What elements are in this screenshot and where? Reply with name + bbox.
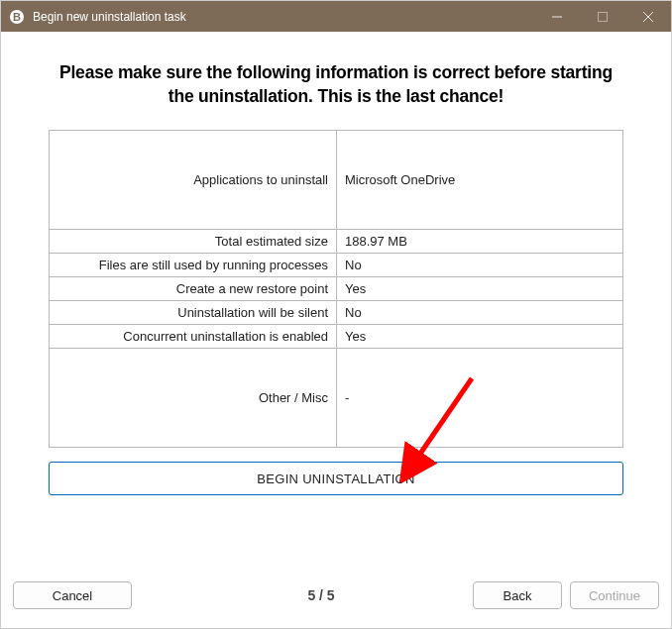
page-indicator: 5 / 5	[181, 587, 461, 603]
continue-button: Continue	[570, 581, 659, 609]
cancel-button[interactable]: Cancel	[13, 581, 132, 609]
table-row: Total estimated size 188.97 MB	[50, 230, 623, 254]
row-value: Yes	[337, 325, 623, 349]
row-label: Uninstallation will be silent	[50, 301, 337, 325]
row-label: Applications to uninstall	[50, 131, 337, 230]
row-value: -	[337, 349, 623, 448]
close-button[interactable]	[625, 1, 671, 32]
maximize-button[interactable]	[580, 1, 625, 32]
row-label: Other / Misc	[50, 349, 337, 448]
table-row: Uninstallation will be silent No	[50, 301, 623, 325]
app-icon: B	[9, 9, 25, 25]
row-value: 188.97 MB	[337, 230, 623, 254]
window-title: Begin new uninstallation task	[33, 10, 534, 24]
row-label: Total estimated size	[50, 230, 337, 254]
svg-rect-3	[599, 12, 608, 21]
titlebar: B Begin new uninstallation task	[1, 1, 671, 32]
table-row: Applications to uninstall Microsoft OneD…	[50, 131, 623, 230]
window-controls	[534, 1, 671, 32]
table-row: Concurrent uninstallation is enabled Yes	[50, 325, 623, 349]
row-value: No	[337, 254, 623, 277]
begin-uninstallation-button[interactable]: BEGIN UNINSTALLATION	[49, 462, 623, 495]
confirmation-heading: Please make sure the following informati…	[49, 61, 623, 108]
row-value: Microsoft OneDrive	[337, 131, 623, 230]
row-label: Concurrent uninstallation is enabled	[50, 325, 337, 349]
table-row: Other / Misc -	[50, 349, 623, 448]
summary-table: Applications to uninstall Microsoft OneD…	[49, 130, 623, 448]
table-row: Create a new restore point Yes	[50, 277, 623, 301]
row-label: Files are still used by running processe…	[50, 254, 337, 277]
svg-text:B: B	[13, 11, 21, 23]
table-row: Files are still used by running processe…	[50, 254, 623, 277]
row-value: No	[337, 301, 623, 325]
content-area: Please make sure the following informati…	[1, 32, 671, 573]
back-button[interactable]: Back	[473, 581, 562, 609]
row-label: Create a new restore point	[50, 277, 337, 301]
wizard-footer: Cancel 5 / 5 Back Continue	[1, 573, 671, 628]
row-value: Yes	[337, 277, 623, 301]
uninstall-wizard-window: B Begin new uninstallation task Please m…	[0, 0, 672, 629]
minimize-button[interactable]	[534, 1, 580, 32]
